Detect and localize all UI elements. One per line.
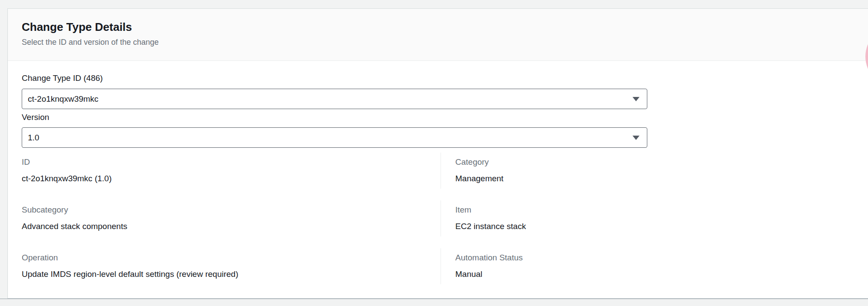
dropdown-arrow-icon (633, 97, 639, 101)
change-type-id-selected-value: ct-2o1knqxw39mkc (28, 94, 99, 104)
detail-cell-subcategory: Subcategory Advanced stack components (22, 200, 441, 236)
detail-value: Advanced stack components (22, 221, 441, 232)
detail-value: EC2 instance stack (455, 221, 868, 232)
panel-subtitle: Select the ID and version of the change (22, 37, 854, 47)
detail-label: Item (455, 205, 868, 215)
panel-header: Change Type Details Select the ID and ve… (8, 9, 868, 61)
detail-value: Management (455, 173, 868, 184)
page: Change Type Details Select the ID and ve… (0, 0, 868, 306)
detail-cell-item: Item EC2 instance stack (441, 200, 868, 236)
change-type-id-label: Change Type ID (486) (22, 73, 868, 83)
dropdown-arrow-icon (633, 136, 639, 140)
detail-label: Subcategory (22, 205, 441, 215)
detail-cell-category: Category Management (441, 153, 868, 189)
version-selected-value: 1.0 (28, 133, 39, 143)
detail-label: Operation (22, 253, 441, 263)
detail-value: Update IMDS region-level default setting… (22, 269, 441, 279)
change-type-details-panel: Change Type Details Select the ID and ve… (7, 8, 868, 299)
detail-value: Manual (455, 269, 868, 279)
detail-label: Automation Status (455, 253, 868, 263)
detail-value: ct-2o1knqxw39mkc (1.0) (22, 173, 441, 184)
change-type-details-list: ID ct-2o1knqxw39mkc (1.0) Category Manag… (22, 153, 868, 284)
detail-cell-id: ID ct-2o1knqxw39mkc (1.0) (22, 153, 441, 189)
version-select[interactable]: 1.0 (22, 127, 647, 148)
panel-body: Change Type ID (486) ct-2o1knqxw39mkc Ve… (8, 61, 868, 284)
detail-cell-operation: Operation Update IMDS region-level defau… (22, 248, 441, 284)
panel-title: Change Type Details (22, 20, 854, 34)
change-type-id-select[interactable]: ct-2o1knqxw39mkc (22, 89, 647, 109)
detail-cell-automation-status: Automation Status Manual (441, 248, 868, 284)
version-label: Version (22, 112, 868, 123)
detail-label: Category (455, 157, 868, 167)
page-footer-area (0, 299, 868, 306)
detail-label: ID (22, 157, 441, 167)
